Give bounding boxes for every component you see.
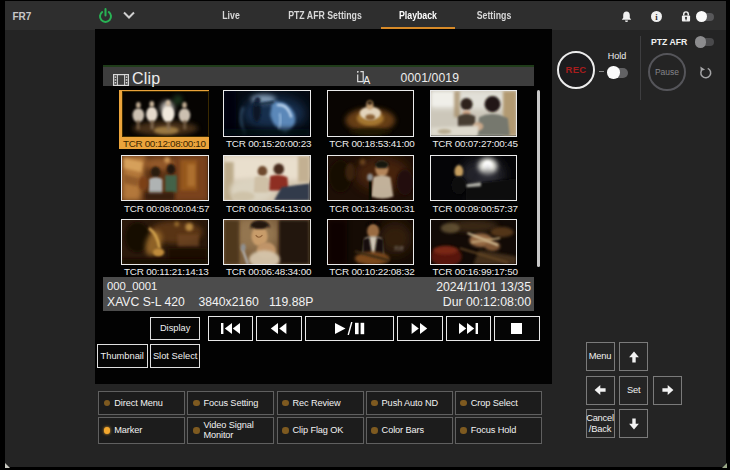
svg-text:A: A <box>363 74 370 85</box>
svg-text:Riff: Riff <box>394 245 403 252</box>
